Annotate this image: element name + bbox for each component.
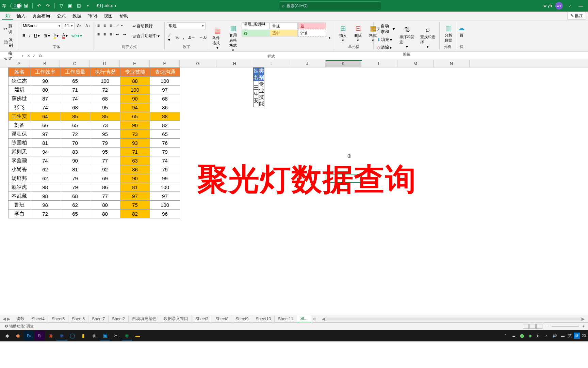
currency-icon[interactable]: ☄ ▾ bbox=[167, 32, 173, 43]
undo-icon[interactable]: ↶ bbox=[35, 2, 43, 10]
align-bot-icon[interactable]: ≡ bbox=[108, 22, 113, 29]
start-button[interactable]: ◆ bbox=[2, 331, 12, 340]
col-header-J[interactable]: J bbox=[289, 60, 325, 67]
styles-more-icon[interactable]: ▾ bbox=[327, 35, 332, 40]
file-name[interactable]: 9月.xlsx bbox=[97, 3, 113, 9]
decrease-font-icon[interactable]: A↓ bbox=[84, 23, 92, 29]
col-header-F[interactable]: F bbox=[150, 60, 180, 67]
recorder-icon[interactable]: ▣ bbox=[100, 331, 110, 340]
premiere-icon[interactable]: Pr bbox=[35, 331, 45, 340]
tab-view[interactable]: 视图 bbox=[100, 12, 116, 20]
tray-ime-icon[interactable]: 拼 bbox=[574, 333, 580, 339]
wrap-text-button[interactable]: ↩自动换行 bbox=[131, 22, 161, 30]
sheet-next-icon[interactable]: ▶ bbox=[7, 317, 10, 321]
powerbi-icon[interactable]: ▮ bbox=[78, 331, 88, 340]
tray-volume-icon[interactable]: 🔊 bbox=[552, 333, 558, 339]
tray-security-icon[interactable]: ⬤ bbox=[519, 333, 525, 339]
tray-bluetooth-icon[interactable]: ⋔ bbox=[535, 333, 541, 339]
excel-icon[interactable]: ◉ bbox=[122, 331, 132, 340]
sort-filter-button[interactable]: ⇅排序和筛选▾ bbox=[397, 22, 416, 51]
underline-button[interactable]: U ▾ bbox=[33, 33, 41, 39]
conditional-format-button[interactable]: ▦条件格式▾ bbox=[210, 22, 225, 53]
tab-home[interactable]: 始 bbox=[2, 12, 13, 20]
chrome-icon[interactable]: ◉ bbox=[13, 331, 23, 340]
comments-button[interactable]: ✎ 批注 bbox=[567, 12, 586, 20]
number-format-select[interactable]: 常规▾ bbox=[167, 22, 206, 29]
tab-review[interactable]: 审阅 bbox=[85, 12, 100, 20]
hscroll-right-icon[interactable]: ▶ bbox=[582, 317, 585, 321]
word-icon[interactable]: ◉ bbox=[56, 331, 67, 340]
col-header-I[interactable]: I bbox=[253, 60, 289, 67]
sheet-tab[interactable]: 数据录入窗口 bbox=[160, 315, 192, 322]
sheet-tab[interactable]: Sheet10 bbox=[252, 315, 275, 322]
sheet-prev-icon[interactable]: ◀ bbox=[3, 317, 6, 321]
fx-icon[interactable]: fx bbox=[39, 53, 42, 58]
col-header-E[interactable]: E bbox=[120, 60, 150, 67]
explorer-icon[interactable]: ▬ bbox=[133, 331, 143, 340]
spreadsheet-grid[interactable]: ABCDEFGHIJKLMN 姓名工作效率工作质量执行情况专业技能表达沟通狄仁杰… bbox=[0, 60, 588, 315]
tab-insert[interactable]: 插入 bbox=[13, 12, 29, 20]
confirm-icon[interactable]: ✓ bbox=[32, 53, 36, 58]
copy-button[interactable]: ⿻复制 bbox=[3, 36, 17, 49]
align-right-icon[interactable]: ≡ bbox=[108, 31, 113, 37]
tab-data[interactable]: 数据 bbox=[69, 12, 85, 20]
browser-icon[interactable]: ◯ bbox=[67, 331, 78, 340]
font-size-select[interactable]: 11▾ bbox=[63, 22, 75, 29]
indent-dec-icon[interactable]: ⇤ bbox=[114, 31, 120, 37]
tab-layout[interactable]: 页面布局 bbox=[29, 12, 53, 20]
tray-wechat-icon[interactable]: ◉ bbox=[527, 333, 533, 339]
cut-button[interactable]: ✂剪切 bbox=[3, 22, 17, 35]
cell-style-bad[interactable]: 差 bbox=[298, 22, 326, 29]
select-all-corner[interactable] bbox=[0, 60, 8, 67]
tray-up-icon[interactable]: ˄ bbox=[503, 333, 509, 339]
tray-battery-icon[interactable]: ▬ bbox=[560, 333, 566, 339]
camera-icon[interactable]: ▣ bbox=[66, 2, 74, 10]
filter-icon[interactable]: ▽ bbox=[58, 2, 65, 10]
view-normal-icon[interactable] bbox=[523, 324, 529, 329]
col-header-H[interactable]: H bbox=[216, 60, 253, 67]
col-header-D[interactable]: D bbox=[90, 60, 120, 67]
col-header-G[interactable]: G bbox=[180, 60, 216, 67]
account-name[interactable]: w yh bbox=[543, 3, 552, 8]
minimize-icon[interactable]: — bbox=[577, 2, 585, 10]
sheet-tab[interactable]: Sheet5 bbox=[48, 315, 68, 322]
percent-icon[interactable]: % bbox=[174, 34, 181, 41]
avatar[interactable]: WY bbox=[555, 2, 563, 10]
sheet-tab[interactable]: Sheet11 bbox=[275, 315, 297, 322]
namebox-dropdown-icon[interactable]: ▾ bbox=[20, 54, 25, 58]
italic-button[interactable]: I bbox=[28, 33, 32, 39]
sheet-tab[interactable]: Sheet4 bbox=[28, 315, 48, 322]
clear-button[interactable]: ◇清除 ▾ bbox=[376, 44, 396, 51]
powerpoint-icon[interactable]: ◉ bbox=[46, 331, 56, 340]
dec-decimal-icon[interactable]: ←.0 bbox=[198, 34, 208, 41]
orientation-icon[interactable]: ⟋ ▾ bbox=[114, 22, 124, 29]
sheet-tab[interactable]: Sheet9 bbox=[232, 315, 252, 322]
analyze-data-button[interactable]: ▥分析 数据 bbox=[442, 22, 455, 44]
tray-network-icon[interactable]: ▵ bbox=[543, 333, 550, 339]
fill-color-button[interactable]: ◊ ▾ bbox=[52, 32, 60, 39]
sheet-tab[interactable]: 凑数 bbox=[13, 315, 28, 322]
sheet-tab[interactable]: Sl... bbox=[297, 315, 311, 322]
align-mid-icon[interactable]: ≡ bbox=[102, 22, 107, 29]
delete-cells-button[interactable]: ⊟删除▾ bbox=[351, 22, 365, 44]
sheet-tab[interactable]: Sheet6 bbox=[68, 315, 88, 322]
cell-style-calc[interactable]: 计算 bbox=[298, 30, 326, 36]
view-break-icon[interactable] bbox=[536, 324, 542, 329]
col-header-N[interactable]: N bbox=[434, 60, 470, 67]
cell-style-good[interactable]: 好 bbox=[242, 30, 270, 36]
col-header-B[interactable]: B bbox=[30, 60, 60, 67]
tab-formula[interactable]: 公式 bbox=[53, 12, 69, 20]
col-header-K[interactable]: K bbox=[325, 60, 361, 67]
tray-time[interactable]: 20 bbox=[582, 334, 586, 338]
sheet-tab[interactable]: 自动填充颜色 bbox=[129, 315, 160, 322]
hscroll-left-icon[interactable]: ◀ bbox=[322, 317, 325, 321]
font-color-button[interactable]: A ▾ bbox=[61, 32, 69, 39]
border-button[interactable]: ⊞ ▾ bbox=[42, 33, 51, 39]
accessibility-status[interactable]: 辅助功能: 调查 bbox=[9, 324, 34, 329]
zoom-slider[interactable] bbox=[552, 326, 579, 327]
search-box[interactable]: ⌕ 搜索(Alt+Q) bbox=[279, 1, 381, 10]
redo-icon[interactable]: ↷ bbox=[44, 2, 52, 10]
baidu-button[interactable]: ☁百 bbox=[457, 22, 466, 39]
insert-cells-button[interactable]: ⊞插入▾ bbox=[336, 22, 350, 44]
capcut-icon[interactable]: ✂ bbox=[111, 331, 121, 340]
